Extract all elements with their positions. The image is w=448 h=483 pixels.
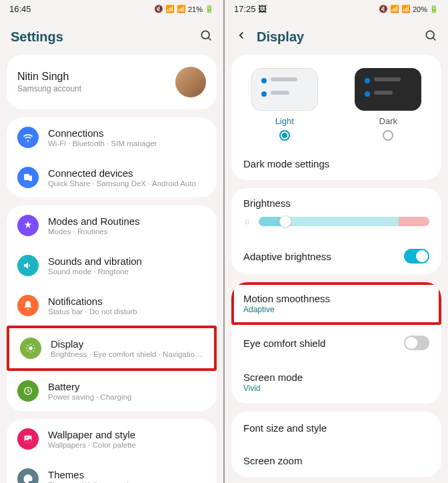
signal-icon: 📶 [401, 5, 411, 13]
toggle-icon[interactable] [404, 249, 429, 264]
item-title: Wallpaper and style [48, 429, 206, 440]
svg-line-9 [433, 38, 436, 41]
svg-rect-3 [29, 175, 32, 181]
signal-icon: 📶 [177, 5, 186, 13]
battery-text: 21% [188, 5, 203, 13]
item-sub: Wi-Fi · Bluetooth · SIM manager [48, 139, 206, 147]
item-title: Battery [48, 381, 206, 392]
display-highlight: DisplayBrightness · Eye comfort shield ·… [7, 326, 217, 371]
item-sub: Status bar · Do not disturb [48, 308, 206, 316]
themes-icon [17, 468, 39, 483]
font-size-row[interactable]: Font size and style [231, 412, 441, 444]
battery-icon: 🔋 [205, 5, 214, 13]
mute-icon: 🔇 [154, 5, 163, 13]
settings-screen: 16:45 🔇 📶 📶 21% 🔋 Settings Nitin Singh S… [0, 0, 223, 483]
back-icon[interactable] [235, 29, 247, 45]
battery-icon [17, 380, 39, 402]
display-list[interactable]: Light Dark Dark mode settings [225, 55, 448, 483]
svg-point-7 [26, 437, 27, 438]
settings-item-sound[interactable]: Sounds and vibrationSound mode · Rington… [7, 246, 217, 286]
item-title: Display [51, 338, 203, 350]
settings-group: Wallpaper and styleWallpapers · Color pa… [7, 419, 217, 483]
theme-light-option[interactable]: Light [242, 68, 327, 143]
settings-item-notif[interactable]: NotificationsStatus bar · Do not disturb [7, 286, 217, 326]
theme-card: Light Dark Dark mode settings [231, 55, 441, 180]
display-screen: 17:25 🖼 🔇 📶 📶 20% 🔋 Display [225, 0, 448, 483]
settings-list[interactable]: Nitin Singh Samsung account ConnectionsW… [0, 55, 223, 483]
toggle-icon[interactable] [404, 336, 429, 350]
battery-icon: 🔋 [429, 5, 439, 13]
battery-text: 20% [413, 5, 427, 13]
wifi-icon: 📶 [390, 5, 399, 13]
motion-smoothness-row[interactable]: Motion smoothness Adaptive [234, 285, 439, 322]
slider-thumb[interactable] [279, 215, 291, 227]
svg-point-0 [201, 31, 209, 39]
display-icon [20, 338, 41, 359]
modes-icon [17, 215, 39, 236]
svg-point-8 [426, 31, 434, 39]
profile-card[interactable]: Nitin Singh Samsung account [7, 55, 217, 109]
settings-group: Modes and RoutinesModes · RoutinesSounds… [7, 205, 217, 411]
search-icon[interactable] [199, 29, 213, 45]
item-sub: Brightness · Eye comfort shield · Naviga… [51, 350, 203, 358]
item-sub: Modes · Routines [48, 227, 206, 235]
settings-item-battery[interactable]: BatteryPower saving · Charging [7, 371, 217, 411]
page-title: Settings [11, 29, 199, 45]
item-title: Connected devices [48, 167, 206, 179]
item-title: Sounds and vibration [48, 256, 206, 267]
svg-rect-2 [24, 174, 29, 180]
settings-item-display[interactable]: DisplayBrightness · Eye comfort shield ·… [9, 328, 214, 368]
screenshot-icon: 🖼 [258, 4, 267, 14]
settings-item-modes[interactable]: Modes and RoutinesModes · Routines [7, 205, 217, 246]
status-icons: 🔇 📶 📶 20% 🔋 [379, 5, 439, 13]
clock: 16:45 [9, 4, 31, 14]
dark-mode-settings[interactable]: Dark mode settings [231, 147, 441, 180]
motion-smoothness-highlight: Motion smoothness Adaptive [231, 282, 441, 325]
profile-sub: Samsung account [17, 84, 175, 93]
title-bar: Settings [0, 17, 223, 55]
screen-zoom-row[interactable]: Screen zoom [231, 444, 441, 477]
item-sub: Sound mode · Ringtone [48, 268, 206, 276]
profile-name: Nitin Singh [17, 71, 175, 83]
brightness-row: Brightness ☼ [231, 188, 441, 238]
wifi-icon: 📶 [165, 5, 175, 13]
avatar [175, 67, 206, 97]
settings-group: ConnectionsWi-Fi · Bluetooth · SIM manag… [7, 117, 217, 197]
status-bar: 17:25 🖼 🔇 📶 📶 20% 🔋 [225, 0, 448, 17]
page-title: Display [257, 29, 424, 45]
brightness-card: Brightness ☼ Adaptive brightness [231, 188, 441, 274]
item-sub: Power saving · Charging [48, 393, 206, 401]
radio-icon [279, 130, 290, 141]
sound-icon [17, 255, 39, 276]
theme-light-preview [251, 68, 318, 111]
display-options-card: Motion smoothness Adaptive Eye comfort s… [231, 282, 441, 404]
item-sub: Quick Share · Samsung DeX · Android Auto [48, 179, 206, 187]
status-bar: 16:45 🔇 📶 📶 21% 🔋 [0, 0, 223, 17]
settings-item-wallpaper[interactable]: Wallpaper and styleWallpapers · Color pa… [7, 419, 217, 459]
item-sub: Wallpapers · Color palette [48, 441, 206, 449]
theme-light-label: Light [242, 116, 327, 126]
settings-item-wifi[interactable]: ConnectionsWi-Fi · Bluetooth · SIM manag… [7, 117, 217, 157]
clock: 17:25 🖼 [234, 4, 267, 14]
svg-line-1 [209, 38, 211, 41]
sun-icon: ☼ [243, 217, 251, 226]
theme-dark-label: Dark [346, 116, 431, 126]
wifi-icon [17, 127, 39, 148]
eye-comfort-row[interactable]: Eye comfort shield [231, 325, 441, 361]
font-card: Font size and style Screen zoom [231, 412, 441, 477]
item-title: Themes [48, 469, 206, 480]
item-title: Notifications [48, 296, 206, 307]
status-icons: 🔇 📶 📶 21% 🔋 [154, 5, 214, 13]
adaptive-brightness-row[interactable]: Adaptive brightness [231, 238, 441, 274]
screen-mode-row[interactable]: Screen mode Vivid [231, 361, 441, 404]
brightness-slider[interactable] [259, 217, 429, 226]
search-icon[interactable] [424, 29, 437, 45]
settings-item-themes[interactable]: ThemesThemes · Wallpapers · Icons [7, 459, 217, 483]
theme-dark-option[interactable]: Dark [346, 68, 431, 143]
radio-icon [383, 130, 393, 141]
mute-icon: 🔇 [379, 5, 388, 13]
devices-icon [17, 167, 39, 188]
theme-dark-preview [355, 68, 421, 111]
wallpaper-icon [17, 428, 39, 450]
settings-item-devices[interactable]: Connected devicesQuick Share · Samsung D… [7, 157, 217, 197]
